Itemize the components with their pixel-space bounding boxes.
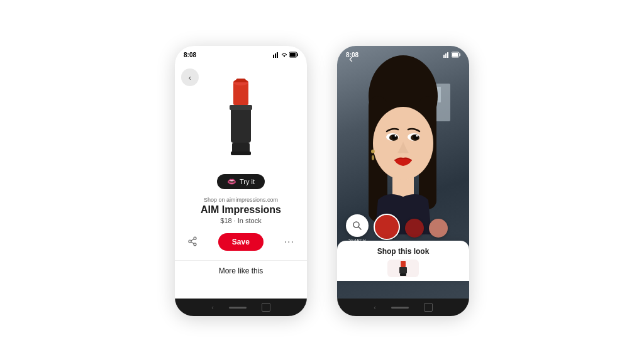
svg-point-41 (372, 155, 374, 160)
svg-rect-24 (452, 53, 458, 57)
svg-rect-21 (447, 52, 448, 58)
svg-rect-13 (231, 151, 251, 155)
svg-rect-44 (401, 261, 406, 267)
try-it-container: 👄 Try it (175, 164, 307, 189)
svg-point-3 (284, 56, 285, 57)
svg-point-40 (371, 150, 375, 153)
signal-icon-2 (443, 52, 450, 58)
shop-panel-title: Shop this look (346, 247, 460, 256)
svg-rect-23 (460, 53, 461, 56)
try-it-button[interactable]: 👄 Try it (217, 174, 265, 189)
product-image (175, 77, 307, 159)
svg-point-16 (189, 240, 191, 243)
scene: 8:08 ‹ (175, 46, 469, 316)
share-icon[interactable] (187, 236, 197, 248)
svg-rect-10 (231, 105, 251, 143)
svg-point-38 (395, 135, 397, 137)
battery-icon-2 (452, 52, 460, 58)
search-swatch-container[interactable]: SEARCH (346, 214, 369, 242)
wifi-icon (281, 52, 287, 58)
svg-marker-9 (233, 79, 248, 82)
bottom-nav-1: ‹ (175, 299, 307, 316)
save-button[interactable]: Save (218, 233, 264, 251)
lip-icon: 👄 (227, 177, 236, 186)
shop-domain: Shop on aimimpressions.com (185, 197, 297, 203)
nav-recents-icon-2[interactable] (424, 303, 433, 312)
more-options-icon[interactable]: ··· (284, 236, 294, 248)
nav-recents-icon[interactable] (262, 303, 270, 312)
svg-point-39 (416, 135, 418, 137)
signal-icon (273, 52, 279, 58)
phone-product: 8:08 ‹ (175, 46, 307, 316)
search-swatch[interactable] (346, 214, 369, 237)
status-icons-2 (443, 52, 460, 58)
shop-this-look-panel[interactable]: Shop this look (337, 241, 469, 281)
status-bar-1: 8:08 (175, 46, 307, 63)
search-icon (352, 221, 362, 231)
back-button-2[interactable]: ‹ (343, 51, 358, 66)
nav-back-icon-2[interactable]: ‹ (374, 304, 376, 311)
person-portrait (337, 46, 469, 242)
svg-rect-12 (232, 143, 250, 153)
swatch-dark-red[interactable] (405, 219, 424, 238)
product-name: AIM Impressions (185, 204, 297, 216)
nav-home-icon-2[interactable] (391, 307, 409, 309)
svg-rect-5 (297, 53, 299, 56)
svg-rect-7 (233, 82, 248, 105)
more-like-section[interactable]: More like this (175, 260, 307, 281)
product-screen: ‹ 👄 (175, 63, 307, 299)
swatch-red[interactable] (374, 214, 400, 240)
svg-rect-45 (399, 267, 407, 273)
nav-back-icon[interactable]: ‹ (211, 304, 214, 311)
svg-rect-6 (290, 53, 296, 57)
svg-line-43 (358, 227, 361, 229)
product-actions: Save ··· (175, 233, 307, 251)
back-button-1[interactable]: ‹ (181, 69, 199, 86)
svg-line-17 (191, 239, 194, 241)
phone-camera: 8:08 (337, 46, 469, 316)
swatch-rose[interactable] (429, 219, 448, 238)
swatches-row: SEARCH (337, 214, 469, 242)
shop-panel-product-preview[interactable] (387, 260, 419, 277)
svg-rect-19 (443, 55, 445, 58)
nav-home-icon[interactable] (229, 307, 247, 309)
mini-lipstick-icon (397, 260, 409, 277)
svg-rect-46 (400, 273, 406, 276)
product-info: Shop on aimimpressions.com AIM Impressio… (175, 197, 307, 224)
battery-icon (289, 52, 298, 58)
svg-rect-20 (445, 53, 447, 58)
status-icons-1 (273, 52, 298, 58)
lipstick-svg (216, 77, 266, 159)
camera-screen: ‹ SEARCH (337, 46, 469, 299)
svg-rect-11 (230, 105, 252, 110)
svg-line-18 (191, 241, 194, 243)
product-price: $18 · In stock (185, 217, 297, 224)
svg-rect-0 (273, 55, 274, 58)
time-1: 8:08 (184, 52, 196, 58)
svg-rect-2 (277, 52, 278, 58)
bottom-nav-2: ‹ (337, 299, 469, 316)
svg-rect-1 (275, 53, 276, 58)
